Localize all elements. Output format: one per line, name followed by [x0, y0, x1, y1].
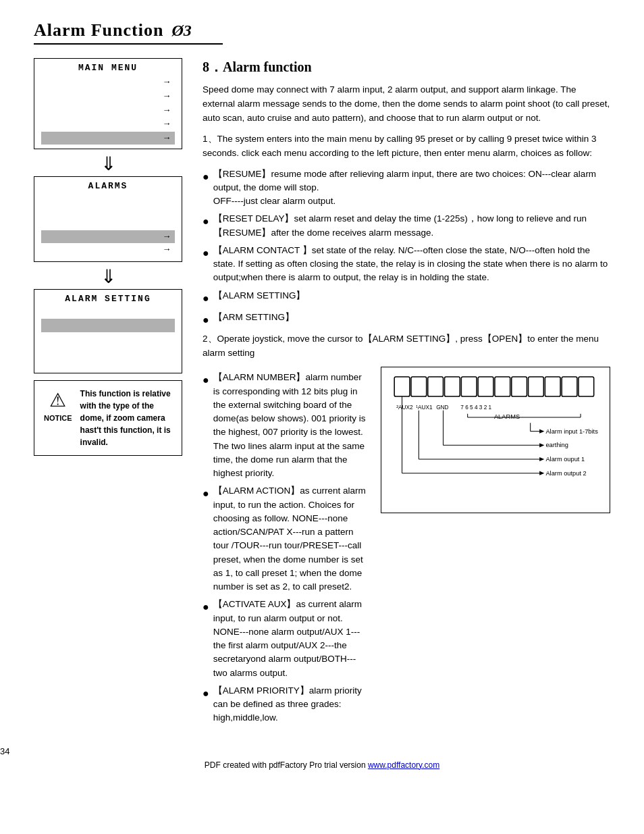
main-menu-row-2: → [41, 90, 175, 104]
page-title: Alarm Function [34, 20, 163, 41]
bullet-dot-6: ● [203, 372, 209, 388]
bullet-text-4: 【ALARM SETTING】 [213, 289, 306, 303]
bullet-text-1: 【RESUME】resume mode after relieving alar… [213, 167, 610, 209]
bullet-dot-5: ● [203, 312, 209, 328]
left-column: MAIN MENU → → → → → ⇓ ALARMS → → ⇓ [34, 58, 182, 729]
bullet-dot-7: ● [203, 486, 209, 502]
page: Alarm Function Ø3 MAIN MENU → → → → → ⇓ … [0, 0, 644, 783]
arrow1-head [539, 429, 544, 434]
bullet-text-9: 【ALARM PRIORITY】alarm priority can be de… [213, 684, 367, 725]
notice-text-container: This function is relative with the type … [80, 388, 172, 448]
label-nums: 7 6 5 4 3 2 1 [460, 405, 491, 411]
label-arrow1: Alarm input 1-7bits [545, 428, 598, 435]
svg-rect-2 [428, 377, 444, 397]
notice-text: This function is relative with the type … [80, 388, 172, 448]
step2-content: 2、Operate joystick, move the cursor to【A… [203, 334, 599, 358]
bullet-item-8: ● 【ACTIVATE AUX】as current alarm input, … [203, 598, 367, 680]
bottom-section: ● 【ALARM NUMBER】alarm number is correspo… [203, 367, 610, 729]
svg-rect-1 [411, 377, 427, 397]
bullet-item-5: ● 【ARM SETTING】 [203, 311, 610, 328]
bullet-text-2: 【RESET DELAY】set alarm reset and delay t… [213, 212, 610, 240]
alarm-setting-highlighted-row [41, 319, 175, 332]
arrow2-head [539, 444, 544, 448]
bullet-dot-1: ● [203, 169, 209, 185]
page-header: Alarm Function Ø3 [34, 20, 610, 41]
alarm-setting-row-1 [41, 307, 175, 319]
bullet-dot-9: ● [203, 685, 209, 702]
label-arrow4: Alarm output 2 [545, 470, 586, 477]
label-alarms: ALARMS [494, 414, 520, 421]
svg-rect-4 [461, 377, 477, 397]
main-menu-row-1: → [41, 76, 175, 90]
header-icon: Ø3 [171, 22, 191, 40]
svg-rect-6 [495, 377, 510, 397]
step1-text: 1、The system enters into the main menu b… [203, 132, 610, 161]
bullet-list-1: ● 【RESUME】resume mode after relieving al… [203, 167, 610, 328]
svg-rect-0 [394, 377, 410, 397]
label-arrow3: Alarm ouput 1 [545, 457, 585, 463]
bullet-dot-4: ● [203, 290, 209, 307]
alarm-setting-box: ALARM SETTING [34, 289, 182, 373]
bullet-text-3: 【ALARM CONTACT 】set state of the relay. … [213, 244, 610, 285]
bottom-bullets: ● 【ALARM NUMBER】alarm number is correspo… [203, 367, 367, 729]
header-underline [34, 43, 223, 45]
label-aux1: ¹AUX1 [416, 405, 433, 411]
alarm-setting-row-4 [41, 344, 175, 357]
svg-rect-9 [545, 377, 560, 397]
step2-text: 2、Operate joystick, move the cursor to【A… [203, 332, 610, 361]
arrow3-head [539, 457, 544, 461]
bullet-dot-2: ● [203, 213, 209, 230]
right-column: 8．Alarm function Speed dome may connect … [203, 58, 610, 729]
bullet-item-6: ● 【ALARM NUMBER】alarm number is correspo… [203, 371, 367, 480]
label-aux2: ²AUX2 [396, 405, 413, 411]
bullet-item-2: ● 【RESET DELAY】set alarm reset and delay… [203, 212, 610, 240]
alarms-row-5: → [41, 243, 175, 257]
bullet-text-7: 【ALARM ACTION】as current alarm input, to… [213, 484, 367, 594]
bullet-item-9: ● 【ALARM PRIORITY】alarm priority can be … [203, 684, 367, 725]
main-menu-box: MAIN MENU → → → → → [34, 58, 182, 149]
bullet-text-8: 【ACTIVATE AUX】as current alarm input, to… [213, 598, 367, 680]
label-gnd: GND [436, 405, 448, 411]
footer-content: 34 PDF created with pdfFactory Pro trial… [0, 746, 644, 770]
footer-pdf-line: PDF created with pdfFactory Pro trial ve… [0, 760, 644, 770]
svg-rect-3 [445, 377, 460, 397]
section-title: 8．Alarm function [203, 58, 610, 76]
svg-rect-11 [579, 377, 594, 397]
bullet-item-7: ● 【ALARM ACTION】as current alarm input, … [203, 484, 367, 594]
svg-rect-10 [562, 377, 577, 397]
down-arrow-1: ⇓ [34, 155, 182, 174]
bullet-item-4: ● 【ALARM SETTING】 [203, 289, 610, 307]
alarms-row-1 [41, 194, 175, 206]
bullet-dot-8: ● [203, 599, 209, 615]
notice-box: ⚠ NOTICE This function is relative with … [34, 380, 182, 456]
notice-label: NOTICE [44, 414, 72, 422]
bullet-list-2: ● 【ALARM NUMBER】alarm number is correspo… [203, 371, 367, 725]
svg-rect-5 [478, 377, 493, 397]
alarms-row-3 [41, 218, 175, 230]
svg-rect-8 [529, 377, 544, 397]
down-arrow-2: ⇓ [34, 267, 182, 286]
bullet-dot-3: ● [203, 245, 209, 261]
page-number: 34 [0, 746, 9, 756]
main-menu-row-4: → [41, 118, 175, 132]
bullet-text-5: 【ARM SETTING】 [213, 311, 294, 324]
svg-rect-7 [512, 377, 527, 397]
alarms-menu-title: ALARMS [41, 181, 175, 191]
main-menu-highlighted-row: → [41, 132, 175, 145]
connector-diagram: ²AUX2 ¹AUX1 GND 7 6 5 4 3 2 1 ALARMS [381, 367, 610, 513]
connector-svg: ²AUX2 ¹AUX1 GND 7 6 5 4 3 2 1 ALARMS [391, 375, 600, 501]
bullet-text-6: 【ALARM NUMBER】alarm number is correspond… [213, 371, 367, 480]
intro-text: Speed dome may connect with 7 alarm inpu… [203, 83, 610, 126]
label-arrow2: earthing [545, 442, 568, 449]
alarm-setting-row-3 [41, 332, 175, 344]
main-menu-row-3: → [41, 104, 175, 118]
bullet-item-3: ● 【ALARM CONTACT 】set state of the relay… [203, 244, 610, 285]
pdf-link[interactable]: www.pdffactory.com [368, 760, 439, 770]
main-content: MAIN MENU → → → → → ⇓ ALARMS → → ⇓ [34, 58, 610, 729]
main-menu-title: MAIN MENU [41, 63, 175, 73]
connector-pins [394, 377, 594, 397]
alarm-setting-title: ALARM SETTING [41, 294, 175, 304]
warning-icon: ⚠ [49, 389, 66, 411]
pdf-text: PDF created with pdfFactory Pro trial ve… [205, 760, 366, 770]
bullet-item-1: ● 【RESUME】resume mode after relieving al… [203, 167, 610, 209]
